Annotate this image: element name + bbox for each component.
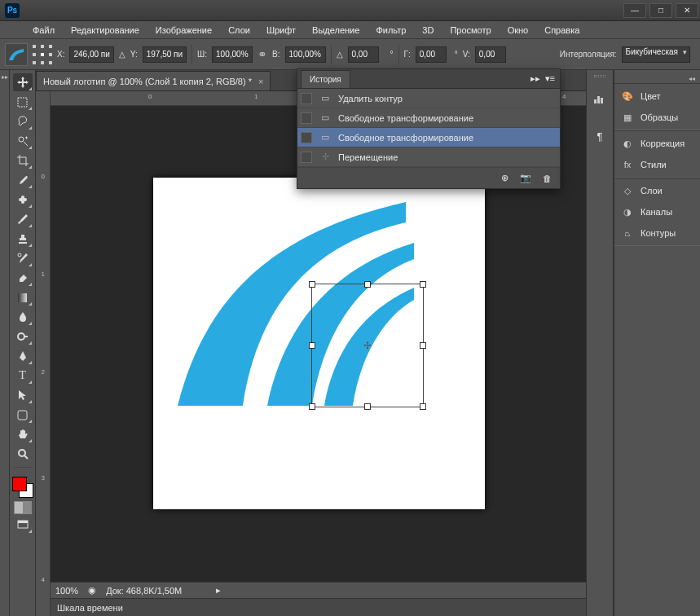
mini-histogram-icon[interactable] <box>590 90 610 108</box>
minimize-button[interactable]: — <box>623 3 646 18</box>
status-arrow-icon[interactable]: ▸ <box>216 585 221 596</box>
transform-handle-ne[interactable] <box>420 281 426 288</box>
panel-adjustments[interactable]: ◐Коррекция <box>614 133 700 154</box>
transform-handle-nw[interactable] <box>309 281 315 288</box>
close-button[interactable]: ✕ <box>676 3 698 18</box>
zoom-tool[interactable] <box>13 445 33 463</box>
x-field[interactable]: 246,00 пи <box>69 46 113 63</box>
menu-help[interactable]: Справка <box>536 23 588 37</box>
h-label: В: <box>272 50 280 59</box>
quick-select-tool[interactable] <box>13 132 33 150</box>
zoom-level[interactable]: 100% <box>55 586 78 596</box>
vskew-field[interactable]: 0,00 <box>475 46 506 63</box>
maximize-button[interactable]: □ <box>649 3 672 18</box>
history-checkbox[interactable] <box>301 152 312 163</box>
dodge-tool[interactable] <box>13 328 33 345</box>
history-snapshot-icon[interactable]: 📷 <box>519 172 532 185</box>
transform-handle-n[interactable] <box>364 281 371 288</box>
history-brush-tool[interactable] <box>13 249 33 267</box>
menu-view[interactable]: Просмотр <box>442 23 499 37</box>
lasso-tool[interactable] <box>13 112 33 130</box>
expand-dock-left[interactable]: ▸▸ <box>0 70 10 616</box>
menu-file[interactable]: Файл <box>24 23 63 37</box>
panel-layers[interactable]: ◇Слои <box>614 180 700 201</box>
stamp-tool[interactable] <box>13 230 33 248</box>
w-field[interactable]: 100,00% <box>212 46 253 63</box>
transform-handle-s[interactable] <box>364 403 371 410</box>
status-menu-icon[interactable]: ◉ <box>88 585 96 596</box>
panel-styles[interactable]: fxСтили <box>614 154 700 175</box>
menu-layers[interactable]: Слои <box>220 23 258 37</box>
gradient-tool[interactable] <box>13 288 33 306</box>
color-swatches[interactable] <box>12 477 33 498</box>
link-aspect-icon[interactable]: ⚭ <box>258 48 267 61</box>
menu-filter[interactable]: Фильтр <box>368 23 414 37</box>
hskew-field[interactable]: 0,00 <box>416 46 447 63</box>
menu-image[interactable]: Изображение <box>147 23 220 37</box>
screen-mode-button[interactable] <box>13 516 33 534</box>
crop-tool[interactable] <box>13 152 33 169</box>
panel-swatches[interactable]: ▦Образцы <box>614 107 700 128</box>
menu-type[interactable]: Шрифт <box>258 23 304 37</box>
history-trash-icon[interactable]: 🗑 <box>540 172 553 185</box>
y-field[interactable]: 197,50 пи <box>143 46 187 63</box>
path-select-tool[interactable] <box>13 386 33 404</box>
menu-3d[interactable]: 3D <box>414 23 442 37</box>
dock-collapsed: ¶ <box>586 70 614 616</box>
dock-grip[interactable] <box>587 75 613 83</box>
mini-character-icon[interactable]: ¶ <box>590 127 610 145</box>
marquee-tool[interactable] <box>13 93 33 111</box>
pen-tool[interactable] <box>13 347 33 365</box>
eraser-tool[interactable] <box>13 269 33 287</box>
history-checkbox[interactable] <box>301 132 312 143</box>
h-field[interactable]: 100,00% <box>285 46 326 63</box>
history-menu-icon[interactable]: ▾≡ <box>545 73 555 84</box>
canvas[interactable]: ✢ <box>153 178 485 509</box>
document-tab[interactable]: Новый логотип @ 100% (Слой 1 копия 2, RG… <box>36 71 271 90</box>
history-collapse-icon[interactable]: ▸▸ <box>531 73 540 84</box>
transform-handle-se[interactable] <box>420 403 426 410</box>
delta-icon[interactable]: △ <box>119 50 125 59</box>
history-state[interactable]: ▭ Свободное трансформирование <box>297 108 560 128</box>
history-checkbox[interactable] <box>301 93 312 104</box>
healing-tool[interactable] <box>13 191 33 209</box>
history-state-selected[interactable]: ▭ Свободное трансформирование <box>297 128 560 147</box>
hand-tool[interactable] <box>13 425 33 443</box>
history-new-doc-icon[interactable]: ⊕ <box>498 172 511 185</box>
quickmask-toggle[interactable] <box>14 501 32 514</box>
timeline-panel[interactable]: Шкала времени <box>51 598 586 616</box>
interp-dropdown[interactable]: Бикубическая <box>622 46 690 63</box>
history-header[interactable]: История ▸▸ ▾≡ <box>297 69 560 89</box>
tab-close-icon[interactable]: × <box>258 77 263 86</box>
reference-point-picker[interactable] <box>33 45 52 64</box>
history-state[interactable]: ▭ Удалить контур <box>297 89 560 108</box>
menu-edit[interactable]: Редактирование <box>63 23 147 37</box>
transform-bounding-box[interactable]: ✢ <box>311 284 424 407</box>
brush-tool[interactable] <box>13 210 33 228</box>
transform-center-icon[interactable]: ✢ <box>363 340 372 351</box>
panel-channels[interactable]: ◑Каналы <box>614 201 700 222</box>
shape-tool[interactable] <box>13 406 33 424</box>
move-tool[interactable] <box>13 73 33 91</box>
panel-color[interactable]: 🎨Цвет <box>614 86 700 107</box>
transform-handle-sw[interactable] <box>309 403 315 410</box>
panel-paths[interactable]: ⏢Контуры <box>614 222 700 244</box>
transform-handle-e[interactable] <box>420 342 426 349</box>
fg-swatch[interactable] <box>12 477 27 491</box>
transform-handle-w[interactable] <box>309 342 315 349</box>
menu-select[interactable]: Выделение <box>304 23 368 37</box>
svg-point-6 <box>18 333 24 340</box>
history-panel[interactable]: История ▸▸ ▾≡ ▭ Удалить контур ▭ Свободн… <box>297 68 561 189</box>
collapse-panels-icon[interactable]: ◂◂ <box>614 73 700 83</box>
history-state-disabled[interactable]: ✢ Перемещение <box>297 147 560 167</box>
ruler-vertical[interactable]: 0 1 2 3 4 <box>36 91 51 616</box>
transform-tool-icon[interactable] <box>5 43 28 66</box>
menu-window[interactable]: Окно <box>500 23 537 37</box>
type-tool[interactable]: T <box>13 367 33 385</box>
doc-size[interactable]: Док: 468,8K/1,50M <box>106 586 182 596</box>
history-tab[interactable]: История <box>301 70 350 88</box>
blur-tool[interactable] <box>13 308 33 326</box>
eyedropper-tool[interactable] <box>13 171 33 189</box>
history-checkbox[interactable] <box>301 112 312 124</box>
angle-field[interactable]: 0,00 <box>348 46 379 63</box>
